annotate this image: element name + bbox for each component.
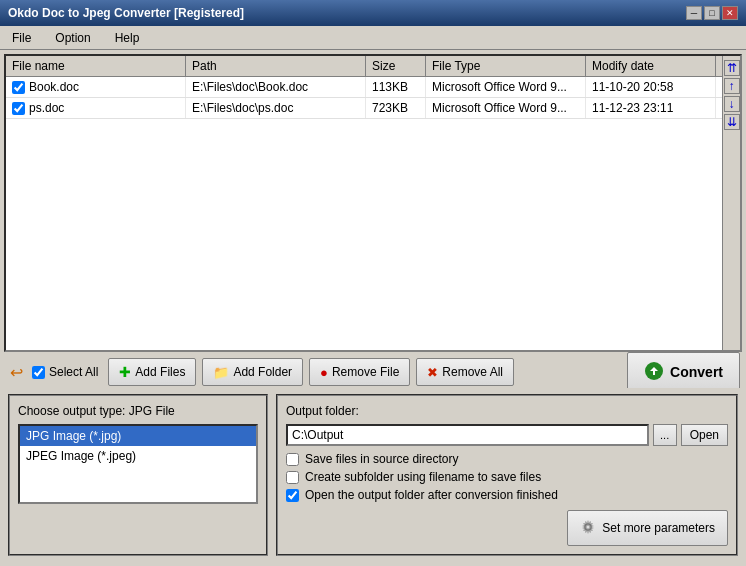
add-folder-button[interactable]: 📁 Add Folder	[202, 358, 303, 386]
minimize-button[interactable]: ─	[686, 6, 702, 20]
row-checkbox-1[interactable]	[12, 102, 25, 115]
cell-filename-1: ps.doc	[6, 98, 186, 118]
col-filename: File name	[6, 56, 186, 76]
col-modifydate: Modify date	[586, 56, 716, 76]
table-row: ps.doc E:\Files\doc\ps.doc 723KB Microso…	[6, 98, 722, 119]
select-all-checkbox[interactable]	[32, 366, 45, 379]
open-after-conversion-label: Open the output folder after conversion …	[305, 488, 558, 502]
back-arrow-icon: ↩	[6, 362, 26, 382]
select-all-label: Select All	[49, 365, 98, 379]
cell-size-0: 113KB	[366, 77, 426, 97]
save-in-source-label: Save files in source directory	[305, 452, 458, 466]
table-body: Book.doc E:\Files\doc\Book.doc 113KB Mic…	[6, 77, 722, 119]
remove-file-button[interactable]: ● Remove File	[309, 358, 410, 386]
file-list-container: File name Path Size File Type Modify dat…	[4, 54, 742, 352]
output-folder-panel: Output folder: ... Open Save files in so…	[276, 394, 738, 556]
scroll-arrows: ⇈ ↑ ↓ ⇊	[722, 56, 740, 350]
table-header: File name Path Size File Type Modify dat…	[6, 56, 722, 77]
folder-icon: 📁	[213, 365, 229, 380]
convert-icon	[644, 361, 664, 384]
output-folder-label: Output folder:	[286, 404, 728, 418]
col-size: Size	[366, 56, 426, 76]
menu-file[interactable]: File	[8, 29, 35, 47]
output-list-item-jpg[interactable]: JPG Image (*.jpg)	[20, 426, 256, 446]
scroll-down-button[interactable]: ↓	[724, 96, 740, 112]
open-after-conversion-checkbox[interactable]	[286, 489, 299, 502]
gear-icon	[580, 519, 596, 538]
menu-option[interactable]: Option	[51, 29, 94, 47]
output-list-item-jpeg[interactable]: JPEG Image (*.jpeg)	[20, 446, 256, 466]
save-in-source-checkbox[interactable]	[286, 453, 299, 466]
open-folder-button[interactable]: Open	[681, 424, 728, 446]
window-controls: ─ □ ✕	[686, 6, 738, 20]
add-files-button[interactable]: ✚ Add Files	[108, 358, 196, 386]
scroll-up-button[interactable]: ↑	[724, 78, 740, 94]
cell-size-1: 723KB	[366, 98, 426, 118]
folder-path-input[interactable]	[286, 424, 649, 446]
toolbar: ↩ Select All ✚ Add Files 📁 Add Folder ● …	[4, 356, 742, 388]
output-type-panel: Choose output type: JPG File JPG Image (…	[8, 394, 268, 556]
cell-filetype-0: Microsoft Office Word 9...	[426, 77, 586, 97]
checkbox-row-0: Save files in source directory	[286, 452, 728, 466]
table-row: Book.doc E:\Files\doc\Book.doc 113KB Mic…	[6, 77, 722, 98]
col-filetype: File Type	[426, 56, 586, 76]
file-table: File name Path Size File Type Modify dat…	[6, 56, 722, 350]
cell-modifydate-1: 11-12-23 23:11	[586, 98, 716, 118]
bottom-panel: Choose output type: JPG File JPG Image (…	[4, 388, 742, 562]
output-type-label: Choose output type: JPG File	[18, 404, 258, 418]
folder-path-row: ... Open	[286, 424, 728, 446]
row-checkbox-0[interactable]	[12, 81, 25, 94]
cell-path-1: E:\Files\doc\ps.doc	[186, 98, 366, 118]
cell-filename-0: Book.doc	[6, 77, 186, 97]
create-subfolder-checkbox[interactable]	[286, 471, 299, 484]
app-title: Okdo Doc to Jpeg Converter [Registered]	[8, 6, 244, 20]
title-bar: Okdo Doc to Jpeg Converter [Registered] …	[0, 0, 746, 26]
add-files-icon: ✚	[119, 364, 131, 380]
remove-all-button[interactable]: ✖ Remove All	[416, 358, 514, 386]
col-path: Path	[186, 56, 366, 76]
menu-help[interactable]: Help	[111, 29, 144, 47]
menu-bar: File Option Help	[0, 26, 746, 50]
checkbox-row-2: Open the output folder after conversion …	[286, 488, 728, 502]
select-all-area: Select All	[32, 365, 98, 379]
main-content: File name Path Size File Type Modify dat…	[0, 50, 746, 566]
scroll-bottom-button[interactable]: ⇊	[724, 114, 740, 130]
svg-point-3	[587, 525, 590, 528]
cell-filetype-1: Microsoft Office Word 9...	[426, 98, 586, 118]
convert-button[interactable]: Convert	[627, 352, 740, 392]
cell-path-0: E:\Files\doc\Book.doc	[186, 77, 366, 97]
set-more-params-button[interactable]: Set more parameters	[567, 510, 728, 546]
output-type-list: JPG Image (*.jpg) JPEG Image (*.jpeg)	[18, 424, 258, 504]
remove-all-icon: ✖	[427, 365, 438, 380]
maximize-button[interactable]: □	[704, 6, 720, 20]
checkbox-row-1: Create subfolder using filename to save …	[286, 470, 728, 484]
close-button[interactable]: ✕	[722, 6, 738, 20]
remove-file-icon: ●	[320, 365, 328, 380]
browse-button[interactable]: ...	[653, 424, 677, 446]
scroll-top-button[interactable]: ⇈	[724, 60, 740, 76]
create-subfolder-label: Create subfolder using filename to save …	[305, 470, 541, 484]
cell-modifydate-0: 11-10-20 20:58	[586, 77, 716, 97]
